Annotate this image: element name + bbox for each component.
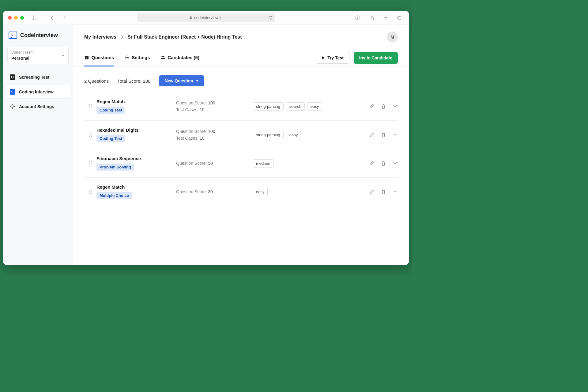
page-header: My Interviews Sr Full Stack Engineer (Re… xyxy=(73,25,409,49)
new-tab-icon[interactable] xyxy=(382,14,390,22)
svg-point-23 xyxy=(91,134,92,135)
drag-handle-icon[interactable] xyxy=(84,160,96,166)
avatar-initial: M xyxy=(390,35,394,40)
tab-settings[interactable]: Settings xyxy=(124,49,150,66)
trash-icon[interactable] xyxy=(381,189,386,194)
sidebar-item-account-settings[interactable]: Account Settings xyxy=(6,100,70,113)
back-icon[interactable] xyxy=(48,14,56,22)
sidebar-item-coding-interview[interactable]: Coding Interview xyxy=(6,85,70,98)
tabs-overview-icon[interactable] xyxy=(396,14,404,22)
tag[interactable]: search xyxy=(286,102,305,111)
svg-point-14 xyxy=(89,104,90,105)
svg-rect-0 xyxy=(32,16,37,20)
button-label: New Question xyxy=(164,78,193,83)
question-tags: medium xyxy=(253,159,355,168)
question-meta: Question Score: 100Test Cases: 10 xyxy=(176,128,253,142)
chevron-down-icon[interactable] xyxy=(392,132,398,138)
svg-point-28 xyxy=(89,163,90,164)
trash-icon[interactable] xyxy=(381,104,386,109)
drag-handle-icon[interactable] xyxy=(84,104,96,109)
tag[interactable]: string-parsing xyxy=(253,102,284,111)
tag[interactable]: easy xyxy=(286,131,301,139)
svg-text:?: ? xyxy=(86,56,88,59)
question-meta: Question Score: 50 xyxy=(176,160,253,167)
row-actions xyxy=(355,160,398,166)
refresh-icon[interactable] xyxy=(268,16,273,20)
candidates-icon xyxy=(160,55,165,60)
sidebar-item-label: Screening Test xyxy=(19,75,49,80)
svg-point-33 xyxy=(91,190,92,190)
tab-label: Candidates (5) xyxy=(168,55,199,60)
edit-icon[interactable] xyxy=(369,132,375,138)
brand-logo[interactable]: >_ CodeInterview xyxy=(6,30,70,40)
question-tags: easy xyxy=(253,188,355,196)
app-body: >_ CodeInterview Current Team Personal ▼… xyxy=(3,25,409,265)
gear-icon xyxy=(10,104,15,109)
edit-icon[interactable] xyxy=(369,160,375,166)
trash-icon[interactable] xyxy=(381,132,386,138)
tag[interactable]: easy xyxy=(253,188,268,196)
close-window-button[interactable] xyxy=(8,16,12,20)
tag[interactable]: medium xyxy=(253,159,273,168)
trash-icon[interactable] xyxy=(381,160,386,166)
tag[interactable]: string-parsing xyxy=(253,131,284,139)
question-title: Fibonacci Sequence xyxy=(96,156,176,161)
svg-point-37 xyxy=(91,193,92,194)
caret-down-icon: ▼ xyxy=(196,79,199,83)
total-score: Total Score: 280 xyxy=(117,78,150,84)
breadcrumb-current: Sr Full Stack Engineer (React + Node) Hi… xyxy=(127,34,242,40)
tab-label: Settings xyxy=(132,55,150,60)
try-test-button[interactable]: Try Test xyxy=(316,52,349,64)
team-selector-label: Current Team xyxy=(11,50,65,55)
share-icon[interactable] xyxy=(368,14,376,22)
tab-bar: ? Questions Settings Cand xyxy=(73,49,409,67)
svg-point-29 xyxy=(91,163,92,164)
drag-handle-icon[interactable] xyxy=(84,132,96,138)
tab-label: Questions xyxy=(92,55,114,60)
invite-candidate-button[interactable]: Invite Candidate xyxy=(354,52,398,64)
chevron-down-icon[interactable] xyxy=(392,104,398,109)
gear-icon xyxy=(124,55,129,60)
traffic-lights xyxy=(8,16,24,20)
maximize-window-button[interactable] xyxy=(20,16,24,20)
tag[interactable]: easy xyxy=(307,102,322,111)
sidebar-item-label: Account Settings xyxy=(19,104,54,109)
button-label: Try Test xyxy=(327,55,344,60)
brand-name: CodeInterview xyxy=(20,32,58,39)
avatar[interactable]: M xyxy=(387,32,398,43)
breadcrumb: My Interviews Sr Full Stack Engineer (Re… xyxy=(84,34,242,40)
sidebar-item-screening-test[interactable]: Screening Test xyxy=(6,71,70,84)
edit-icon[interactable] xyxy=(369,104,375,109)
sidebar-toggle-icon[interactable] xyxy=(31,14,39,22)
brand-logo-icon: >_ xyxy=(9,32,17,39)
chevron-down-icon[interactable] xyxy=(392,160,398,166)
chevron-down-icon[interactable] xyxy=(392,189,398,194)
caret-down-icon: ▼ xyxy=(62,54,65,57)
edit-icon[interactable] xyxy=(369,189,375,194)
url-bar[interactable]: codeinterview.io xyxy=(137,13,275,22)
new-question-button[interactable]: New Question ▼ xyxy=(159,75,204,86)
question-type-badge: Coding Test xyxy=(96,107,125,114)
drag-handle-icon[interactable] xyxy=(84,189,96,194)
lock-icon xyxy=(189,16,192,20)
sidebar: >_ CodeInterview Current Team Personal ▼… xyxy=(3,25,73,265)
minimize-window-button[interactable] xyxy=(14,16,18,20)
browser-titlebar: codeinterview.io xyxy=(3,11,409,25)
row-actions xyxy=(355,189,398,194)
tab-questions[interactable]: ? Questions xyxy=(84,49,114,66)
tab-candidates[interactable]: Candidates (5) xyxy=(160,49,199,66)
breadcrumb-root[interactable]: My Interviews xyxy=(84,34,116,40)
svg-point-13 xyxy=(163,56,164,57)
svg-point-30 xyxy=(89,165,90,166)
team-selector-value: Personal xyxy=(11,56,65,61)
downloads-icon[interactable] xyxy=(354,14,362,22)
team-selector[interactable]: Current Team Personal ▼ xyxy=(7,47,69,64)
row-actions xyxy=(355,132,398,138)
questions-toolbar: 2 Questions Total Score: 280 New Questio… xyxy=(73,67,409,92)
forward-icon[interactable] xyxy=(61,14,69,22)
svg-point-8 xyxy=(12,106,13,107)
browser-window: codeinterview.io >_ CodeIntervi xyxy=(3,11,409,265)
svg-point-12 xyxy=(161,56,163,57)
svg-rect-6 xyxy=(398,17,401,20)
question-row: Fibonacci SequenceProblem SolvingQuestio… xyxy=(84,149,398,177)
